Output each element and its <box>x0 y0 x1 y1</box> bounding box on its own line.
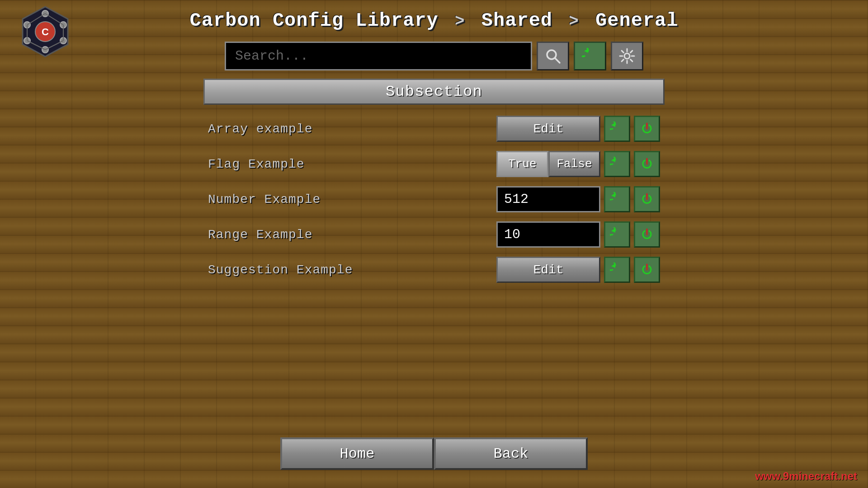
flag-true-button[interactable]: True <box>496 151 548 177</box>
suggestion-undo-button[interactable] <box>604 257 630 283</box>
range-undo-button[interactable] <box>604 221 630 248</box>
svg-line-16 <box>555 58 560 63</box>
array-controls: Edit <box>496 116 660 142</box>
settings-button[interactable] <box>611 42 643 70</box>
suggestion-edit-button[interactable]: Edit <box>496 257 600 283</box>
logo: C <box>18 5 72 59</box>
suggestion-controls: Edit <box>496 257 660 283</box>
range-controls <box>496 221 660 248</box>
config-row-array: Array example Edit <box>203 111 665 146</box>
breadcrumb-part1: Carbon Config Library <box>189 10 438 32</box>
config-row-range: Range Example <box>203 217 665 252</box>
svg-marker-19 <box>611 122 615 127</box>
svg-marker-21 <box>611 158 615 162</box>
breadcrumb-part2: Shared <box>481 10 552 32</box>
search-button[interactable] <box>537 42 569 70</box>
range-power-button[interactable] <box>634 221 660 248</box>
svg-text:C: C <box>42 26 49 38</box>
array-edit-button[interactable]: Edit <box>496 116 600 142</box>
watermark: www.9minecraft.net <box>755 470 857 483</box>
search-input[interactable] <box>225 42 532 70</box>
flag-label: Flag Example <box>208 157 362 171</box>
number-label: Number Example <box>208 192 362 206</box>
svg-point-18 <box>624 53 630 59</box>
range-input[interactable] <box>496 221 600 248</box>
config-row-number: Number Example <box>203 182 665 217</box>
array-undo-button[interactable] <box>604 116 630 142</box>
flag-toggle: True False <box>496 151 600 177</box>
breadcrumb: Carbon Config Library > Shared > General <box>189 10 678 32</box>
suggestion-power-button[interactable] <box>634 257 660 283</box>
subsection-header: Subsection <box>203 79 665 105</box>
suggestion-label: Suggestion Example <box>208 263 362 277</box>
breadcrumb-sep1: > <box>455 12 465 31</box>
breadcrumb-sep2: > <box>569 12 579 31</box>
number-undo-button[interactable] <box>604 186 630 212</box>
array-power-button[interactable] <box>634 116 660 142</box>
config-row-suggestion: Suggestion Example Edit <box>203 252 665 287</box>
breadcrumb-part3: General <box>595 10 678 32</box>
flag-power-button[interactable] <box>634 151 660 177</box>
search-row <box>225 42 643 70</box>
refresh-button[interactable] <box>574 42 606 70</box>
svg-marker-17 <box>584 49 588 53</box>
svg-marker-25 <box>611 228 615 233</box>
flag-false-button[interactable]: False <box>548 151 600 177</box>
flag-undo-button[interactable] <box>604 151 630 177</box>
home-button[interactable]: Home <box>280 437 434 470</box>
config-row-flag: Flag Example True False <box>203 146 665 182</box>
content-area: Subsection Array example Edit <box>203 79 665 287</box>
svg-marker-23 <box>611 193 615 197</box>
number-input[interactable] <box>496 186 600 212</box>
flag-controls: True False <box>496 151 660 177</box>
bottom-bar: Home Back <box>280 437 588 470</box>
back-button[interactable]: Back <box>434 437 588 470</box>
range-label: Range Example <box>208 228 362 242</box>
subsection-label: Subsection <box>386 83 482 100</box>
number-controls <box>496 186 660 212</box>
array-label: Array example <box>208 122 362 136</box>
number-power-button[interactable] <box>634 186 660 212</box>
header: C Carbon Config Library > Shared > Gener… <box>0 0 868 36</box>
svg-marker-27 <box>611 263 615 268</box>
